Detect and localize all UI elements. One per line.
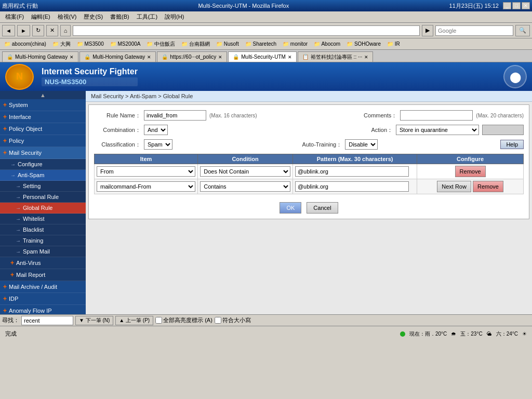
sidebar-item-spam-mail[interactable]: → Spam Mail <box>0 246 86 257</box>
minimize-button[interactable]: _ <box>503 2 511 9</box>
bookmark-ms2000a[interactable]: 📁 MS2000A <box>108 41 143 47</box>
status-text: 完成 <box>5 330 17 338</box>
sidebar-item-anti-spam[interactable]: → Anti-Spam <box>0 170 86 181</box>
bookmark-sohoware[interactable]: 📁 SOHOware <box>344 41 383 47</box>
bookmark-monitor[interactable]: 📁 monitor <box>281 41 310 47</box>
plus-icon: + <box>3 113 7 121</box>
sidebar-item-whitelist[interactable]: → Whitelist <box>0 214 86 224</box>
remove-button-1[interactable]: Remove <box>473 181 503 192</box>
find-next-button[interactable]: ▼ 下一筆 (N) <box>75 316 113 325</box>
tab-0[interactable]: 🔒 Multi-Homing Gateway ✕ <box>2 51 78 62</box>
classification-select[interactable]: Spam Ham <box>144 139 172 150</box>
menu-help[interactable]: 說明(H) <box>162 12 187 22</box>
menu-view[interactable]: 檢視(V) <box>55 12 80 22</box>
menu-bookmarks[interactable]: 書籤(B) <box>107 12 132 22</box>
menu-file[interactable]: 檔案(F) <box>2 12 27 22</box>
forward-button[interactable]: ► <box>17 25 30 36</box>
remove-button-0[interactable]: Remove <box>455 166 486 177</box>
sidebar-item-training[interactable]: → Training <box>0 235 86 246</box>
sidebar-item-label: Anti-Virus <box>16 260 41 266</box>
tab-close-4[interactable]: ✕ <box>364 55 368 60</box>
comments-label: Comments： <box>350 112 397 119</box>
table-cell-condition: Contains Does Not Contain Equals <box>198 179 293 194</box>
rule-name-hint: (Max. 16 characters) <box>209 113 257 118</box>
comments-input[interactable] <box>400 110 473 121</box>
cancel-button[interactable]: Cancel <box>307 202 338 214</box>
close-button[interactable]: ✕ <box>522 2 530 9</box>
window-controls[interactable]: _ □ ✕ <box>503 2 530 9</box>
sidebar-item-label: Blacklist <box>23 227 44 233</box>
tab-close-1[interactable]: ✕ <box>147 55 151 60</box>
match-case-label: 符合大小寫 <box>215 316 251 324</box>
tab-3[interactable]: 🔒 Multi-Security-UTM ✕ <box>228 51 297 62</box>
plus-icon: + <box>3 295 7 302</box>
sidebar-item-policy[interactable]: + Policy <box>0 135 86 147</box>
pattern-input-0[interactable] <box>295 166 409 177</box>
search-go-button[interactable]: 🔍 <box>515 25 530 36</box>
highlight-all-checkbox[interactable] <box>155 317 162 324</box>
menu-edit[interactable]: 編輯(E) <box>28 12 54 22</box>
bookmark-daxing[interactable]: 📁 大興 <box>50 40 73 48</box>
sidebar-scroll-up[interactable]: ▲ <box>0 91 86 99</box>
bookmark-abocom2[interactable]: 📁 Abocom <box>312 41 342 47</box>
sidebar-item-idp[interactable]: + IDP <box>0 293 86 305</box>
sidebar-item-policy-object[interactable]: + Policy Object <box>0 123 86 135</box>
go-button[interactable]: ▶ <box>422 25 433 36</box>
find-input[interactable] <box>21 316 73 325</box>
sidebar-item-blacklist[interactable]: → Blacklist <box>0 224 86 235</box>
home-button[interactable]: ⌂ <box>60 25 71 36</box>
app-header-icon[interactable]: ⬤ <box>503 65 527 88</box>
sidebar-item-configure[interactable]: → Configure <box>0 159 86 170</box>
bookmark-zhongxin[interactable]: 📁 中信飯店 <box>144 40 177 48</box>
find-prev-button[interactable]: ▲ 上一筆 (P) <box>115 316 153 325</box>
app-menu-icons[interactable]: 應用程式 行動 <box>2 2 38 10</box>
action-extra-input[interactable] <box>482 125 524 135</box>
item-select-1[interactable]: mailcommand-From From To <box>97 181 195 192</box>
tab-close-0[interactable]: ✕ <box>70 55 74 60</box>
match-case-checkbox[interactable] <box>215 317 221 324</box>
back-button[interactable]: ◄ <box>2 25 15 36</box>
auto-training-select[interactable]: Disable Enable <box>345 139 378 150</box>
menu-history[interactable]: 歷史(S) <box>81 12 106 22</box>
bookmark-ir[interactable]: 📁 IR <box>385 41 402 47</box>
sidebar-item-global-rule[interactable]: → Global Rule <box>0 203 86 214</box>
tab-2[interactable]: 🔒 https://60···ot_policy ✕ <box>157 51 227 62</box>
next-row-button[interactable]: Next Row <box>437 181 471 192</box>
sidebar-item-mail-report[interactable]: + Mail Report <box>0 269 86 281</box>
sidebar-item-anomaly-flow[interactable]: + Anomaly Flow IP <box>0 305 86 314</box>
action-select[interactable]: Store in quarantine Delete Pass <box>396 125 479 135</box>
pattern-input-1[interactable] <box>295 181 409 192</box>
condition-select-1[interactable]: Contains Does Not Contain Equals <box>200 181 290 192</box>
combination-select[interactable]: And Or <box>144 125 168 135</box>
help-button[interactable]: Help <box>500 140 524 149</box>
search-bar-input[interactable] <box>435 25 513 36</box>
bookmark-nusoft[interactable]: 📁 Nusoft <box>214 41 241 47</box>
tab-close-2[interactable]: ✕ <box>218 55 222 60</box>
ok-button[interactable]: OK <box>280 202 301 214</box>
tab-4[interactable]: 📋 裕笠科技討論專區 :: ··· ✕ <box>298 51 373 62</box>
reload-button[interactable]: ↻ <box>32 25 44 36</box>
tab-1[interactable]: 🔒 Multi-Homing Gateway ✕ <box>79 51 156 62</box>
sidebar-item-anti-virus[interactable]: + Anti-Virus <box>0 257 86 269</box>
sidebar-item-system[interactable]: + System <box>0 99 86 111</box>
sidebar-item-mail-security[interactable]: + Mail Security <box>0 147 86 159</box>
address-bar[interactable] <box>73 25 420 36</box>
form-actions: OK Cancel <box>94 202 524 214</box>
sidebar-item-setting[interactable]: → Setting <box>0 181 86 192</box>
sidebar-item-label: Interface <box>9 114 31 120</box>
bookmark-ms3500[interactable]: 📁 MS3500 <box>75 41 106 47</box>
bookmark-tainan[interactable]: 📁 台南縣網 <box>179 40 212 48</box>
stop-button[interactable]: ✕ <box>46 25 58 36</box>
condition-select-0[interactable]: Does Not Contain Contains Equals <box>200 166 290 177</box>
maximize-button[interactable]: □ <box>512 2 521 9</box>
action-label: Action： <box>346 126 393 134</box>
bookmark-abocom[interactable]: 📁 abocom(china) <box>2 41 48 47</box>
tab-close-3[interactable]: ✕ <box>288 55 292 60</box>
sidebar-item-interface[interactable]: + Interface <box>0 111 86 123</box>
sidebar-item-personal-rule[interactable]: → Personal Rule <box>0 192 86 203</box>
item-select-0[interactable]: From To Subject <box>97 166 195 177</box>
rule-name-input[interactable] <box>144 110 206 121</box>
bookmark-sharetech[interactable]: 📁 Sharetech <box>243 41 278 47</box>
menu-tools[interactable]: 工具(工) <box>134 12 161 22</box>
sidebar-item-mail-archive[interactable]: + Mail Archive / Audit <box>0 281 86 293</box>
